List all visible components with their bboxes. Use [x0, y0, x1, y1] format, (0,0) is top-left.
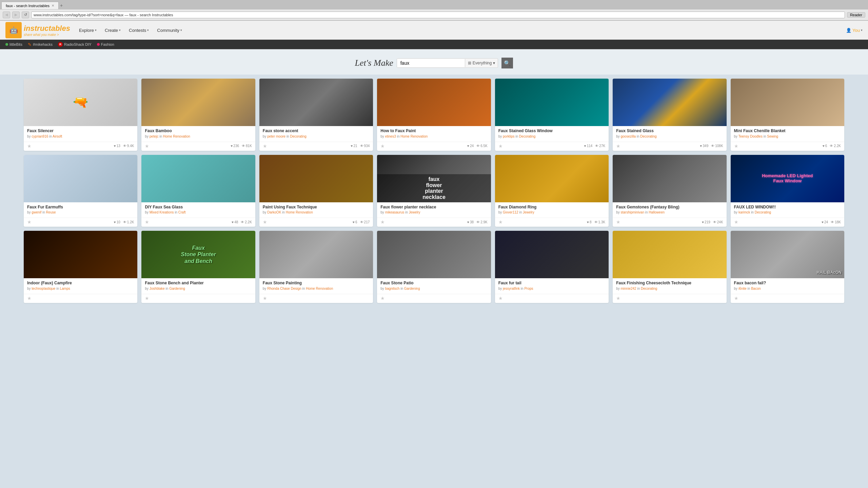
card-category[interactable]: Lamps: [60, 287, 70, 290]
card-item[interactable]: FauxStone Planterand Bench Faux Stone Be…: [141, 231, 255, 303]
card-item[interactable]: fauxflowerplanternecklace Faux flower pl…: [377, 155, 491, 227]
card-item[interactable]: Faux Fur Earmuffs by gwenif in Reuse ★ ♥…: [24, 155, 137, 227]
partner-littlebits[interactable]: littleBits: [5, 42, 22, 46]
card-author[interactable]: Teensy Doodles: [738, 135, 763, 138]
nav-contests[interactable]: Contests ▾: [125, 26, 152, 34]
card-category[interactable]: Home Renovation: [163, 135, 190, 138]
address-bar[interactable]: www.instructables.com/tag/type-id/?sort=…: [31, 12, 845, 18]
partner-radioshack[interactable]: R RadioShack DIY: [58, 42, 92, 47]
card-category[interactable]: Halloween: [649, 210, 665, 214]
favorite-button[interactable]: ★: [734, 219, 738, 225]
back-btn[interactable]: ◀: [3, 12, 10, 18]
card-author[interactable]: goosezilla: [620, 135, 635, 138]
card-category[interactable]: Bacon: [751, 287, 761, 290]
card-author[interactable]: DarkoOK: [267, 210, 281, 214]
card-category[interactable]: Craft: [178, 210, 186, 214]
favorite-button[interactable]: ★: [380, 296, 385, 301]
card-item[interactable]: 🔫 Faux Silencer by cyprian916 in Airsoft…: [24, 79, 137, 151]
card-category[interactable]: Decorating: [290, 135, 306, 138]
card-category[interactable]: Sewing: [767, 135, 778, 138]
card-category[interactable]: Gardening: [404, 287, 420, 290]
card-category[interactable]: Jewelry: [409, 210, 420, 214]
reader-btn[interactable]: Reader: [847, 12, 865, 18]
favorite-button[interactable]: ★: [263, 296, 267, 301]
favorite-button[interactable]: ★: [27, 219, 32, 225]
card-item[interactable]: Faux Stone Painting by Rhonda Chase Desi…: [259, 231, 373, 303]
browser-tab[interactable]: faux - search Instructables ✕: [1, 2, 59, 9]
favorite-button[interactable]: ★: [27, 296, 32, 301]
card-author[interactable]: cyprian916: [32, 135, 48, 138]
nav-create[interactable]: Create ▾: [101, 26, 124, 34]
card-item[interactable]: HAIL BAcON Faux bacon fail? by i6nite in…: [731, 231, 844, 303]
search-button[interactable]: 🔍: [501, 58, 513, 68]
tab-close-icon[interactable]: ✕: [52, 4, 54, 7]
nav-community[interactable]: Community ▾: [154, 26, 185, 34]
card-author[interactable]: peter moore: [267, 135, 285, 138]
card-category[interactable]: Gardening: [169, 287, 185, 290]
card-item[interactable]: Faux Finishing Cheesecloth Technique by …: [613, 231, 726, 303]
search-input[interactable]: [397, 59, 465, 67]
card-author[interactable]: etines3: [385, 135, 396, 138]
card-category[interactable]: Decorating: [755, 210, 771, 214]
logo[interactable]: 🤖 instructables share what you make >: [5, 22, 70, 38]
partner-mikehacks[interactable]: ✎ #mikehacks: [28, 42, 53, 47]
card-author[interactable]: i6nite: [738, 287, 747, 290]
card-author[interactable]: karimck: [738, 210, 750, 214]
card-item[interactable]: DIY Faux Sea Glass by Mixed Kreations in…: [141, 155, 255, 227]
favorite-button[interactable]: ★: [734, 296, 738, 301]
card-item[interactable]: Faux Stone Patio by bagnitsch in Gardeni…: [377, 231, 491, 303]
favorite-button[interactable]: ★: [616, 296, 620, 301]
you-menu[interactable]: 👤 You ▾: [846, 28, 863, 33]
card-author[interactable]: Mixed Kreations: [150, 210, 174, 214]
card-author[interactable]: Rhonda Chase Design: [267, 287, 301, 290]
card-item[interactable]: Indoor (Faux) Campfire by technoplastiqu…: [24, 231, 137, 303]
card-item[interactable]: Faux stone accent by peter moore in Deco…: [259, 79, 373, 151]
new-tab-btn[interactable]: +: [60, 3, 63, 8]
card-category[interactable]: Jewelry: [523, 210, 534, 214]
favorite-button[interactable]: ★: [27, 143, 32, 149]
card-category[interactable]: Decorating: [641, 287, 657, 290]
card-author[interactable]: gwenif: [32, 210, 41, 214]
forward-btn[interactable]: ▶: [12, 12, 20, 18]
card-category[interactable]: Decorating: [640, 135, 656, 138]
favorite-button[interactable]: ★: [498, 219, 503, 225]
search-filter-dropdown[interactable]: ⊞ Everything ▾: [465, 59, 498, 67]
card-item[interactable]: Homemade LED Lighted Faux Window FAUX LE…: [731, 155, 844, 227]
reload-btn[interactable]: ↺: [22, 12, 29, 18]
favorite-button[interactable]: ★: [616, 143, 620, 149]
nav-explore[interactable]: Explore ▾: [76, 26, 100, 34]
card-item[interactable]: Faux fur tail by jessyratfink in Props ★: [495, 231, 609, 303]
card-author[interactable]: bagnitsch: [385, 287, 400, 290]
favorite-button[interactable]: ★: [380, 143, 385, 149]
card-item[interactable]: How to Faux Paint by etines3 in Home Ren…: [377, 79, 491, 151]
card-item[interactable]: Faux Diamond Ring by Givver112 in Jewelr…: [495, 155, 609, 227]
card-item[interactable]: Faux Bamboo by petejc in Home Renovation…: [141, 79, 255, 151]
card-category[interactable]: Home Renovation: [286, 210, 313, 214]
favorite-button[interactable]: ★: [498, 143, 503, 149]
favorite-button[interactable]: ★: [380, 219, 385, 225]
partner-fashion[interactable]: Fashion: [97, 42, 114, 46]
card-category[interactable]: Props: [524, 287, 533, 290]
favorite-button[interactable]: ★: [263, 219, 267, 225]
card-item[interactable]: Faux Stained Glass Window by porklips in…: [495, 79, 609, 151]
card-author[interactable]: starshipminivan: [620, 210, 644, 214]
card-item[interactable]: Mini Faux Chenille Blanket by Teensy Doo…: [731, 79, 844, 151]
card-category[interactable]: Reuse: [46, 210, 56, 214]
favorite-button[interactable]: ★: [734, 143, 738, 149]
favorite-button[interactable]: ★: [145, 143, 149, 149]
card-category[interactable]: Home Renovation: [400, 135, 428, 138]
card-item[interactable]: Paint Using Faux Technique by DarkoOK in…: [259, 155, 373, 227]
favorite-button[interactable]: ★: [145, 219, 149, 225]
card-author[interactable]: mikeasaurus: [385, 210, 405, 214]
card-category[interactable]: Airsoft: [53, 135, 62, 138]
card-author[interactable]: Givver112: [503, 210, 518, 214]
card-author[interactable]: jessyratfink: [503, 287, 520, 290]
card-author[interactable]: porklips: [503, 135, 514, 138]
favorite-button[interactable]: ★: [263, 143, 267, 149]
card-author[interactable]: technoplastique: [32, 287, 55, 290]
card-category[interactable]: Home Renovation: [306, 287, 333, 290]
card-category[interactable]: Decorating: [519, 135, 535, 138]
favorite-button[interactable]: ★: [498, 296, 503, 301]
card-author[interactable]: minnie242: [620, 287, 636, 290]
card-author[interactable]: Joshblake: [150, 287, 165, 290]
